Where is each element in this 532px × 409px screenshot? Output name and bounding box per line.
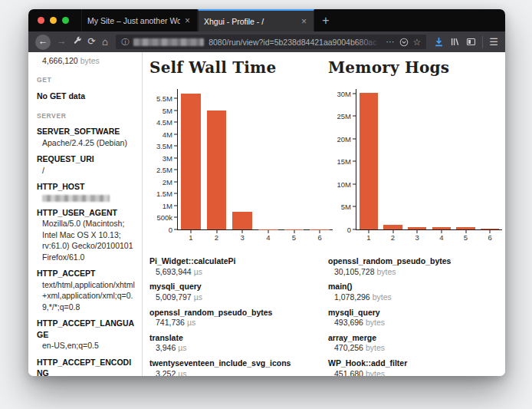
site-info-icon[interactable]: ⓘ xyxy=(121,37,129,48)
y-axis-tick-label: 25M xyxy=(337,112,351,120)
chart-bar[interactable] xyxy=(408,227,426,229)
bar-chart-self-wall-time: 0500k1M1.5M2M2.5M3M3.5M4M4.5M5M5.5M12345… xyxy=(149,84,336,247)
unit-label: bytes xyxy=(80,56,100,65)
profile-main-area: Self Wall Time0500k1M1.5M2M2.5M3M3.5M4M4… xyxy=(143,52,505,376)
function-value: 30,105,728 bytes xyxy=(328,267,505,278)
y-axis-tick xyxy=(174,181,177,182)
tab-xhgui-profile[interactable]: Xhgui - Profile - / × xyxy=(198,9,314,31)
pocket-icon[interactable] xyxy=(399,38,409,47)
function-name: array_merge xyxy=(328,333,505,344)
function-value: 493,696 bytes xyxy=(328,318,505,328)
wrench-icon[interactable] xyxy=(73,36,82,48)
function-value: 470,256 bytes xyxy=(328,343,505,354)
y-axis-tick-label: 3.5M xyxy=(156,142,172,150)
chart-bar[interactable] xyxy=(481,229,499,229)
x-axis-tick-label: 5 xyxy=(464,233,468,242)
y-axis-tick xyxy=(174,229,177,230)
close-window-button[interactable] xyxy=(38,17,44,24)
sidebar-toggle-icon[interactable] xyxy=(466,37,476,47)
library-icon[interactable] xyxy=(450,37,460,47)
sidebar-value: text/html,application/xhtml+xml,applicat… xyxy=(37,279,136,312)
y-axis-tick-label: 5M xyxy=(163,106,172,114)
desktop-background: My Site – Just another WordPress s × Xhg… xyxy=(0,0,532,409)
value: 470,256 xyxy=(334,343,363,352)
profile-column-memory-hogs: Memory Hogs05M10M15M20M25M30M123456opens… xyxy=(328,57,505,376)
download-button[interactable] xyxy=(434,37,444,47)
function-value: 3,252 µs xyxy=(149,369,325,376)
y-axis-tick-label: 4.5M xyxy=(156,118,172,127)
x-axis-tick-label: 4 xyxy=(439,233,443,242)
url-bar[interactable]: ⓘ 8080/run/view?id=5b238d84421aa9004b680… xyxy=(116,35,426,49)
tab-bar: My Site – Just another WordPress s × Xhg… xyxy=(28,9,505,31)
function-name: WP_Hook::add_filter xyxy=(328,358,505,369)
zoom-window-button[interactable] xyxy=(62,17,69,24)
y-axis-tick-label: 20M xyxy=(337,134,351,143)
back-button[interactable]: ← xyxy=(35,35,51,50)
y-axis-tick xyxy=(174,157,177,158)
function-value: 5,693,944 µs xyxy=(149,267,325,278)
page-actions-icon[interactable]: ⋯ xyxy=(386,37,395,47)
tab-title: My Site – Just another WordPress s xyxy=(87,16,180,25)
x-axis-tick-label: 5 xyxy=(292,233,296,242)
chart-title-memory-hogs: Memory Hogs xyxy=(328,58,505,77)
tab-my-site[interactable]: My Site – Just another WordPress s × xyxy=(81,9,198,31)
unit-label: µs xyxy=(176,369,186,376)
chart-bar[interactable] xyxy=(181,94,201,229)
function-name: twentyseventeen_include_svg_icons xyxy=(149,358,325,369)
y-axis-tick-label: 1M xyxy=(163,201,172,209)
unit-label: bytes xyxy=(363,369,385,376)
profile-column-self-wall-time: Self Wall Time0500k1M1.5M2M2.5M3M3.5M4M4… xyxy=(149,57,325,376)
url-text[interactable]: 8080/run/view?id=5b238d84421aa9004b680ac xyxy=(209,38,381,47)
page-content: 4,666,120 bytes GETNo GET dataSERVERSERV… xyxy=(28,52,505,376)
value: 5,009,797 xyxy=(156,292,192,302)
sidebar-value: Mozilla/5.0 (Macintosh; Intel Mac OS X 1… xyxy=(37,218,136,262)
sidebar-value: en-US,en;q=0.5 xyxy=(37,340,136,351)
sidebar-value: Apache/2.4.25 (Debian) xyxy=(37,137,136,148)
function-value: 451,680 bytes xyxy=(328,369,505,376)
new-tab-button[interactable]: + xyxy=(314,9,337,31)
x-axis-tick-label: 2 xyxy=(391,233,395,242)
function-value: 5,009,797 µs xyxy=(149,292,325,303)
chart-bar[interactable] xyxy=(232,212,252,229)
sidebar-value: / xyxy=(37,165,136,176)
forward-button[interactable]: → xyxy=(57,37,67,47)
function-name: main() xyxy=(328,282,505,292)
unit-label: µs xyxy=(192,292,202,302)
sidebar-value xyxy=(37,195,136,202)
chart-plot-area: 05M10M15M20M25M30M123456 xyxy=(356,89,502,230)
redacted-url-host xyxy=(133,38,204,46)
y-axis-tick xyxy=(174,146,177,147)
y-axis-tick-label: 5.5M xyxy=(156,94,172,103)
hamburger-menu-icon[interactable]: ☰ xyxy=(489,37,498,47)
sidebar-key: HTTP_ACCEPT_LANGUAGE xyxy=(37,318,136,340)
y-axis-tick-label: 3M xyxy=(163,153,172,162)
bookmark-star-icon[interactable]: ☆ xyxy=(413,37,422,48)
chart-bar[interactable] xyxy=(360,93,378,229)
function-name: translate xyxy=(149,333,325,344)
sidebar-key: HTTP_USER_AGENT xyxy=(37,207,136,218)
chart-plot-area: 0500k1M1.5M2M2.5M3M3.5M4M4.5M5M5.5M12345… xyxy=(177,89,333,230)
chart-bar[interactable] xyxy=(432,227,451,229)
tab-title: Xhgui - Profile - / xyxy=(204,17,297,26)
y-axis-tick-label: 2.5M xyxy=(156,166,172,174)
reload-button[interactable]: ⟳ xyxy=(88,37,96,47)
chart-bar[interactable] xyxy=(456,227,475,229)
minimize-window-button[interactable] xyxy=(50,17,57,24)
function-value: 3,946 µs xyxy=(149,343,325,354)
unit-label: bytes xyxy=(370,292,392,302)
function-value: 741,736 µs xyxy=(149,318,325,328)
y-axis-tick-label: 500k xyxy=(156,213,172,222)
y-axis-tick-label: 2M xyxy=(163,177,172,186)
chart-bar[interactable] xyxy=(383,225,402,229)
close-tab-icon[interactable]: × xyxy=(300,17,308,26)
value: 3,946 xyxy=(156,343,176,352)
home-button[interactable]: ⌂ xyxy=(102,37,108,48)
chart-bar[interactable] xyxy=(207,110,227,229)
y-axis-tick-label: 30M xyxy=(337,89,351,97)
close-tab-icon[interactable]: × xyxy=(183,16,192,25)
window-controls xyxy=(28,9,81,31)
x-axis-tick-label: 6 xyxy=(488,233,492,242)
y-axis-tick xyxy=(174,98,177,99)
function-name: mysqli_query xyxy=(328,308,505,318)
y-axis-tick xyxy=(353,138,356,139)
